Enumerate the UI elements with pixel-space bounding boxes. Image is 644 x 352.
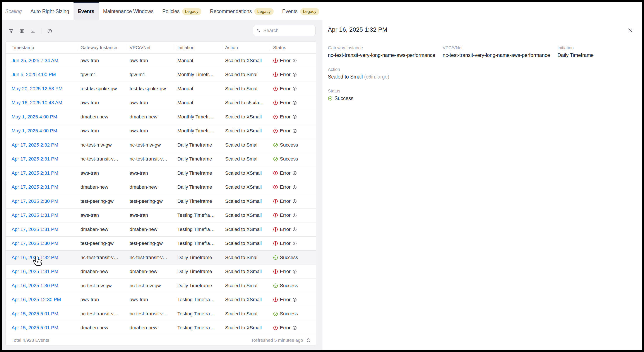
info-circle-icon[interactable] bbox=[292, 171, 297, 175]
tab-events[interactable]: Events bbox=[74, 2, 98, 20]
table-row[interactable]: May 1, 2025 4:00 PMdmaben-newdmaben-newM… bbox=[6, 110, 316, 124]
initiation-cell: Manual bbox=[174, 100, 222, 106]
info-circle-icon[interactable] bbox=[292, 115, 297, 119]
status-cell: Error bbox=[270, 128, 316, 134]
timestamp-link[interactable]: Apr 15, 2025 5:01 PM bbox=[12, 325, 58, 330]
status-cell: Error bbox=[270, 86, 316, 92]
info-circle-icon[interactable] bbox=[292, 58, 297, 62]
timestamp-link[interactable]: Apr 16, 2025 12:30 PM bbox=[12, 297, 61, 302]
timestamp-link[interactable]: Apr 16, 2025 1:32 PM bbox=[12, 255, 58, 260]
info-circle-icon[interactable] bbox=[292, 242, 297, 246]
download-icon[interactable] bbox=[30, 28, 36, 34]
action-cell: Scaled to XSmall bbox=[222, 212, 270, 218]
field-value: nc-test-transit-very-long-name-aws-perfo… bbox=[443, 52, 550, 58]
table-row[interactable]: Apr 17, 2025 2:30 PMtest-peering-gwtest-… bbox=[6, 194, 316, 208]
info-circle-icon[interactable] bbox=[292, 298, 297, 302]
error-circle-icon bbox=[273, 269, 278, 274]
table-row[interactable]: Apr 16, 2025 12:30 PMaws-tranaws-tranTes… bbox=[6, 293, 316, 307]
table-row[interactable]: Apr 17, 2025 1:30 PMtest-peering-gwtest-… bbox=[6, 236, 316, 250]
table-row[interactable]: Apr 17, 2025 2:31 PMaws-tranaws-tranDail… bbox=[6, 166, 316, 180]
timestamp-link[interactable]: Apr 16, 2025 1:30 PM bbox=[12, 283, 58, 288]
tab-policies-legacy[interactable]: PoliciesLegacy bbox=[158, 2, 206, 20]
table-row[interactable]: Jun 25, 2025 7:34 AMaws-tranaws-tranManu… bbox=[6, 54, 316, 68]
table-row[interactable]: Apr 17, 2025 2:31 PMdmaben-newdmaben-new… bbox=[6, 180, 316, 194]
timestamp-link[interactable]: Apr 16, 2025 1:31 PM bbox=[12, 269, 58, 274]
timestamp-link[interactable]: Apr 17, 2025 2:31 PM bbox=[12, 184, 58, 190]
table-row[interactable]: Apr 16, 2025 1:31 PMdmaben-newdmaben-new… bbox=[6, 264, 316, 279]
columns-icon[interactable] bbox=[20, 28, 25, 34]
initiation-cell: Monthly Timefr… bbox=[174, 72, 222, 78]
table-row[interactable]: Apr 16, 2025 1:32 PMnc-test-transit-v…nc… bbox=[6, 250, 316, 264]
info-circle-icon[interactable] bbox=[292, 185, 297, 189]
filter-icon[interactable] bbox=[8, 28, 14, 34]
vpc-vnet-cell: test-peering-gw bbox=[126, 198, 174, 204]
timestamp-link[interactable]: Apr 17, 2025 2:31 PM bbox=[12, 170, 58, 176]
table-row[interactable]: Apr 17, 2025 2:32 PMnc-test-mw-gwnc-test… bbox=[6, 138, 316, 152]
table-row[interactable]: Apr 17, 2025 1:31 PMdmaben-newdmaben-new… bbox=[6, 222, 316, 236]
info-circle-icon[interactable] bbox=[292, 213, 297, 218]
timestamp-link[interactable]: Apr 17, 2025 2:30 PM bbox=[12, 198, 58, 204]
tab-scaling[interactable]: Scaling bbox=[5, 2, 26, 20]
status-cell: Error bbox=[270, 114, 316, 120]
detail-status-section: Status Success bbox=[328, 88, 634, 102]
tab-maintenance-windows[interactable]: Maintenance Windows bbox=[99, 2, 158, 20]
tab-bar: ScalingAuto Right-SizingEventsMaintenanc… bbox=[2, 2, 642, 20]
table-row[interactable]: Jun 5, 2025 4:00 PMtgw-m1tgw-m1Monthly T… bbox=[6, 68, 316, 82]
table-row[interactable]: May 20, 2025 12:58 PMtest-ks-spoke-gwtes… bbox=[6, 82, 316, 96]
gateway-instance-cell: nc-test-mw-gw bbox=[77, 283, 126, 288]
timestamp-link[interactable]: Apr 17, 2025 2:32 PM bbox=[12, 142, 58, 148]
column-header-gateway-instance: Gateway Instance bbox=[77, 45, 126, 50]
tab-recommendations-legacy[interactable]: RecommendationsLegacy bbox=[206, 2, 278, 20]
help-icon[interactable] bbox=[47, 28, 52, 34]
action-cell: Scaled to c5.xla… bbox=[222, 100, 270, 106]
total-events-label: Total 4,928 Events bbox=[12, 338, 49, 343]
info-circle-icon[interactable] bbox=[292, 72, 297, 77]
info-circle-icon[interactable] bbox=[292, 227, 297, 232]
table-row[interactable]: Apr 17, 2025 1:31 PMaws-tranaws-tranTest… bbox=[6, 208, 316, 222]
status-text: Success bbox=[280, 255, 298, 260]
timestamp-link[interactable]: Apr 17, 2025 2:31 PM bbox=[12, 156, 58, 162]
search-box[interactable] bbox=[253, 25, 316, 36]
gateway-instance-cell: aws-tran bbox=[77, 212, 126, 218]
tab-events-legacy[interactable]: EventsLegacy bbox=[278, 2, 324, 20]
timestamp-link[interactable]: Apr 17, 2025 1:30 PM bbox=[12, 240, 58, 246]
table-row[interactable]: Apr 16, 2025 1:30 PMnc-test-mw-gwnc-test… bbox=[6, 278, 316, 293]
status-text: Error bbox=[280, 240, 290, 246]
timestamp-link[interactable]: Jun 5, 2025 4:00 PM bbox=[12, 72, 56, 77]
table-row[interactable]: Apr 17, 2025 2:31 PMnc-test-transit-v…nc… bbox=[6, 152, 316, 166]
info-circle-icon[interactable] bbox=[292, 129, 297, 133]
tab-auto-right-sizing[interactable]: Auto Right-Sizing bbox=[26, 2, 74, 20]
vpc-vnet-cell: dmaben-new bbox=[126, 114, 174, 120]
status-cell: Error bbox=[270, 198, 316, 204]
action-cell: Scaled to XSmall bbox=[222, 128, 270, 134]
timestamp-link[interactable]: Apr 17, 2025 1:31 PM bbox=[12, 226, 58, 232]
close-icon[interactable] bbox=[628, 28, 633, 33]
timestamp-link[interactable]: May 20, 2025 12:58 PM bbox=[12, 86, 62, 92]
vpc-vnet-cell: nc-test-mw-gw bbox=[126, 142, 174, 148]
info-circle-icon[interactable] bbox=[292, 101, 297, 105]
tab-label: Policies bbox=[162, 8, 180, 14]
info-circle-icon[interactable] bbox=[292, 326, 297, 330]
search-input[interactable] bbox=[263, 28, 312, 33]
error-circle-icon bbox=[273, 241, 278, 246]
timestamp-link[interactable]: May 1, 2025 4:00 PM bbox=[12, 114, 57, 120]
timestamp-link[interactable]: May 16, 2025 10:43 AM bbox=[12, 100, 62, 105]
info-circle-icon[interactable] bbox=[292, 86, 297, 91]
error-circle-icon bbox=[273, 297, 278, 302]
refresh-icon[interactable] bbox=[306, 338, 311, 343]
timestamp-link[interactable]: Apr 17, 2025 1:31 PM bbox=[12, 212, 58, 218]
table-row[interactable]: May 1, 2025 4:00 PMaws-tranaws-tranMonth… bbox=[6, 124, 316, 138]
info-circle-icon[interactable] bbox=[292, 270, 297, 274]
vpc-vnet-cell: aws-tran bbox=[126, 212, 174, 218]
tab-label: Recommendations bbox=[210, 8, 252, 14]
table-row[interactable]: Apr 15, 2025 5:01 PMnc-test-transit-v…nc… bbox=[6, 307, 316, 321]
timestamp-link[interactable]: Jun 25, 2025 7:34 AM bbox=[12, 58, 58, 63]
gateway-instance-cell: test-ks-spoke-gw bbox=[77, 86, 126, 92]
table-row[interactable]: Apr 15, 2025 5:01 PMdmaben-newdmaben-new… bbox=[6, 321, 316, 335]
table-row[interactable]: May 16, 2025 10:43 AMaws-tranaws-tranMan… bbox=[6, 96, 316, 110]
info-circle-icon[interactable] bbox=[292, 199, 297, 203]
timestamp-link[interactable]: Apr 15, 2025 5:01 PM bbox=[12, 311, 58, 316]
timestamp-link[interactable]: May 1, 2025 4:00 PM bbox=[12, 128, 57, 134]
error-circle-icon bbox=[273, 227, 278, 232]
action-cell: Scaled to Small bbox=[222, 142, 270, 148]
